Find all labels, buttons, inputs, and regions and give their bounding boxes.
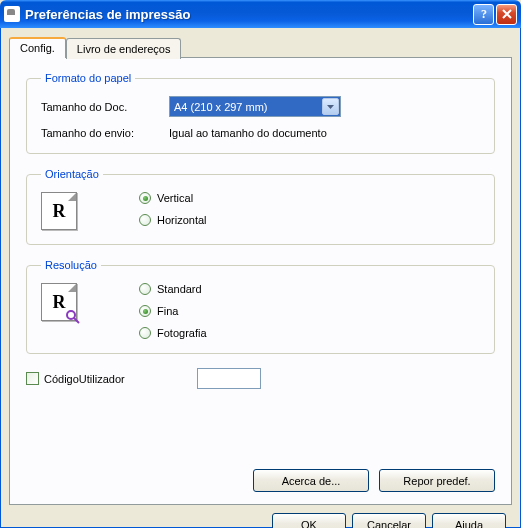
radio-vertical[interactable]: Vertical [139, 192, 207, 204]
radio-icon [139, 327, 151, 339]
cancel-button[interactable]: Cancelar [352, 513, 426, 528]
radio-horizontal[interactable]: Horizontal [139, 214, 207, 226]
group-paper-legend: Formato do papel [41, 72, 135, 84]
group-orientation-legend: Orientação [41, 168, 103, 180]
radio-fine-label: Fina [157, 305, 178, 317]
window-body: Config. Livro de endereços Formato do pa… [0, 28, 521, 528]
radio-standard[interactable]: Standard [139, 283, 207, 295]
usercode-checkbox[interactable]: CódigoUtilizador [26, 372, 125, 385]
usercode-input[interactable] [197, 368, 261, 389]
radio-photo[interactable]: Fotografia [139, 327, 207, 339]
radio-icon [139, 192, 151, 204]
tab-strip: Config. Livro de endereços [9, 36, 512, 57]
radio-horizontal-label: Horizontal [157, 214, 207, 226]
titlebar-close-button[interactable] [496, 4, 517, 25]
about-button[interactable]: Acerca de... [253, 469, 369, 492]
svg-point-1 [67, 311, 75, 319]
svg-line-2 [74, 318, 79, 323]
magnifier-icon [66, 310, 80, 324]
doc-size-label: Tamanho do Doc. [41, 101, 169, 113]
svg-text:?: ? [481, 8, 487, 20]
tab-panel-config: Formato do papel Tamanho do Doc. A4 (210… [9, 57, 512, 505]
group-resolution: Resolução R Standard [26, 259, 495, 354]
chevron-down-icon [322, 98, 339, 115]
titlebar: Preferências de impressão ? [0, 0, 521, 28]
group-resolution-legend: Resolução [41, 259, 101, 271]
radio-icon [139, 305, 151, 317]
send-size-label: Tamanho do envio: [41, 127, 169, 139]
tab-config[interactable]: Config. [9, 37, 66, 58]
ok-button[interactable]: OK [272, 513, 346, 528]
radio-vertical-label: Vertical [157, 192, 193, 204]
radio-standard-label: Standard [157, 283, 202, 295]
doc-size-dropdown[interactable]: A4 (210 x 297 mm) [169, 96, 341, 117]
restore-defaults-button[interactable]: Repor predef. [379, 469, 495, 492]
orientation-preview-icon: R [41, 192, 77, 230]
radio-icon [139, 283, 151, 295]
dialog-button-bar: OK Cancelar Ajuda [9, 505, 512, 528]
tab-addressbook[interactable]: Livro de endereços [66, 38, 182, 59]
usercode-label-text: CódigoUtilizador [44, 373, 125, 385]
group-paper-format: Formato do papel Tamanho do Doc. A4 (210… [26, 72, 495, 154]
resolution-preview-icon: R [41, 283, 77, 321]
doc-size-value: A4 (210 x 297 mm) [174, 101, 268, 113]
radio-fine[interactable]: Fina [139, 305, 207, 317]
radio-photo-label: Fotografia [157, 327, 207, 339]
checkbox-icon [26, 372, 39, 385]
radio-icon [139, 214, 151, 226]
send-size-value: Igual ao tamanho do documento [169, 127, 327, 139]
titlebar-help-button[interactable]: ? [473, 4, 494, 25]
help-button[interactable]: Ajuda [432, 513, 506, 528]
window-title: Preferências de impressão [25, 7, 473, 22]
group-orientation: Orientação R Vertical Horizontal [26, 168, 495, 245]
printer-icon [4, 6, 20, 22]
